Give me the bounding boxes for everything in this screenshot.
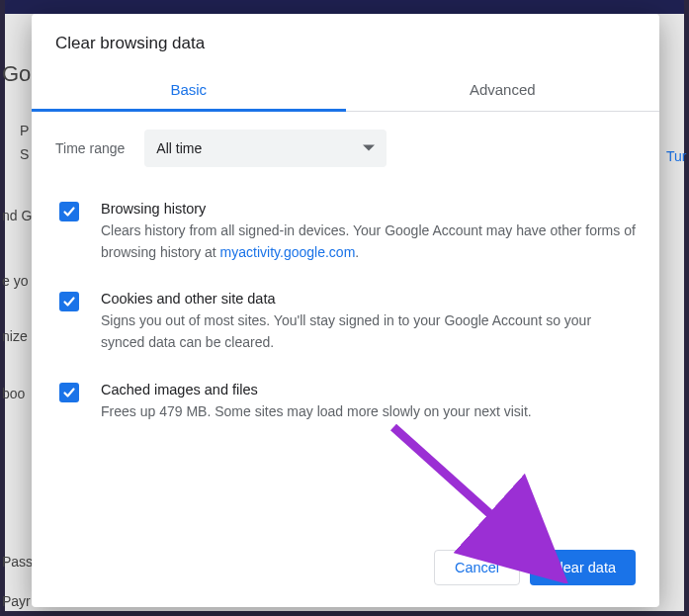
check-icon bbox=[62, 295, 76, 308]
option-title: Browsing history bbox=[101, 201, 636, 217]
browser-top-bar bbox=[5, 0, 684, 14]
chevron-down-icon bbox=[363, 142, 375, 154]
dialog-tabs: Basic Advanced bbox=[32, 67, 659, 112]
tab-advanced[interactable]: Advanced bbox=[346, 67, 660, 111]
time-range-select[interactable]: All time bbox=[144, 130, 387, 167]
option-browsing-history: Browsing history Clears history from all… bbox=[55, 201, 636, 263]
cancel-button[interactable]: Cancel bbox=[434, 550, 520, 585]
option-description: Frees up 479 MB. Some sites may load mor… bbox=[101, 401, 636, 423]
dialog-actions: Cancel Clear data bbox=[32, 534, 659, 607]
clear-data-button[interactable]: Clear data bbox=[530, 550, 636, 585]
option-description: Clears history from all signed-in device… bbox=[101, 220, 636, 263]
option-cache: Cached images and files Frees up 479 MB.… bbox=[55, 382, 636, 423]
time-range-label: Time range bbox=[55, 140, 125, 156]
checkbox-cache[interactable] bbox=[59, 383, 79, 402]
tab-basic[interactable]: Basic bbox=[32, 67, 346, 111]
time-range-value: All time bbox=[156, 140, 202, 156]
dialog-title: Clear browsing data bbox=[32, 14, 659, 67]
time-range-row: Time range All time bbox=[55, 130, 636, 167]
dialog-content: Time range All time Browsing history Cle… bbox=[32, 112, 659, 534]
option-title: Cookies and other site data bbox=[101, 291, 636, 307]
myactivity-link[interactable]: myactivity.google.com bbox=[220, 244, 356, 260]
check-icon bbox=[62, 205, 76, 219]
clear-browsing-data-dialog: Clear browsing data Basic Advanced Time … bbox=[32, 14, 659, 607]
option-description: Signs you out of most sites. You'll stay… bbox=[101, 310, 636, 353]
option-title: Cached images and files bbox=[101, 382, 636, 397]
checkbox-cookies[interactable] bbox=[59, 292, 79, 311]
check-icon bbox=[62, 386, 76, 399]
option-cookies: Cookies and other site data Signs you ou… bbox=[55, 291, 636, 353]
checkbox-browsing-history[interactable] bbox=[59, 202, 79, 221]
